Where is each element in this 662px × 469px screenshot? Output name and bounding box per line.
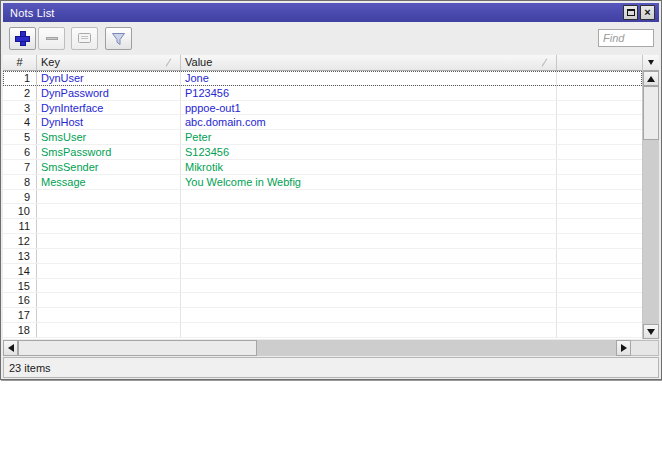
add-button[interactable] [9,27,36,50]
arrow-right-icon [621,344,627,352]
horizontal-scrollbar [3,340,631,356]
cell-extra [557,249,642,263]
cell-value [181,190,557,204]
cell-extra [557,204,642,218]
table-row[interactable]: 18 [3,323,642,338]
cell-number: 2 [3,86,37,100]
remove-button[interactable] [38,27,65,50]
cell-number: 5 [3,130,37,144]
table-row[interactable]: 15 [3,279,642,294]
cell-number: 15 [3,279,37,293]
scroll-left-button[interactable] [3,340,18,356]
cell-number: 17 [3,308,37,322]
cell-extra [557,71,642,85]
cell-value: S123456 [181,145,557,159]
table-row[interactable]: 14 [3,264,642,279]
filter-icon [111,32,126,46]
table-row[interactable]: 17 [3,308,642,323]
minus-icon [46,37,58,40]
copy-button[interactable] [71,27,98,50]
table-row[interactable]: 3DynInterfacepppoe-out1 [3,101,642,116]
nots-list-window: Nots List × [0,0,662,380]
cell-number: 9 [3,190,37,204]
cell-key [37,279,181,293]
cell-value: Mikrotik [181,160,557,174]
cell-key [37,264,181,278]
cell-extra [557,86,642,100]
column-select-button[interactable] [643,55,659,71]
scroll-up-button[interactable] [643,71,659,86]
table-header: # Key Value [3,55,642,71]
table-row[interactable]: 16 [3,293,642,308]
cell-extra [557,219,642,233]
cell-key [37,219,181,233]
horizontal-scroll-track[interactable] [18,340,616,356]
cell-extra [557,145,642,159]
table-row[interactable]: 6SmsPasswordS123456 [3,145,642,160]
cell-extra [557,175,642,189]
close-icon: × [644,7,650,18]
cell-value: pppoe-out1 [181,101,557,115]
cell-value [181,204,557,218]
cell-value [181,264,557,278]
cell-number: 3 [3,101,37,115]
table-row[interactable]: 8MessageYou Welcome in Webfig [3,175,642,190]
table-row[interactable]: 9 [3,190,642,205]
cell-key: DynInterface [37,101,181,115]
cell-extra [557,308,642,322]
cell-extra [557,115,642,129]
table-row[interactable]: 10 [3,204,642,219]
maximize-button[interactable] [623,5,638,20]
table-row[interactable]: 12 [3,234,642,249]
cell-extra [557,190,642,204]
cell-extra [557,101,642,115]
cell-extra [557,293,642,307]
column-header-value[interactable]: Value [181,55,557,70]
vertical-scroll-thumb[interactable] [643,86,659,140]
table-row[interactable]: 4DynHostabc.domain.com [3,115,642,130]
cell-number: 1 [3,71,37,85]
cell-key: Message [37,175,181,189]
cell-key [37,323,181,337]
chevron-down-icon [648,60,654,65]
cell-number: 16 [3,293,37,307]
cell-value: abc.domain.com [181,115,557,129]
cell-number: 13 [3,249,37,263]
scrollbar-corner [631,340,659,356]
cell-extra [557,160,642,174]
column-header-key[interactable]: Key [37,55,181,70]
horizontal-scroll-thumb[interactable] [18,340,257,356]
column-header-extra [557,55,642,70]
table-row[interactable]: 1DynUserJone [3,71,642,86]
scroll-right-button[interactable] [616,340,631,356]
vertical-scroll-track[interactable] [643,86,659,324]
cell-value [181,279,557,293]
arrow-left-icon [8,344,14,352]
table-row[interactable]: 2DynPasswordP123456 [3,86,642,101]
cell-key [37,234,181,248]
find-input[interactable] [598,29,654,47]
table-row[interactable]: 7SmsSenderMikrotik [3,160,642,175]
table-row[interactable]: 5SmsUserPeter [3,130,642,145]
items-count: 23 items [9,362,51,374]
cell-key: DynUser [37,71,181,85]
cell-key [37,249,181,263]
cell-extra [557,279,642,293]
cell-value [181,249,557,263]
table-row[interactable]: 13 [3,249,642,264]
cell-extra [557,264,642,278]
column-header-number[interactable]: # [3,55,37,70]
maximize-icon [627,9,635,16]
cell-extra [557,130,642,144]
toolbar [3,22,659,55]
cell-number: 6 [3,145,37,159]
scroll-down-button[interactable] [643,324,659,339]
arrow-up-icon [647,76,655,82]
filter-button[interactable] [105,27,132,50]
cell-value: You Welcome in Webfig [181,175,557,189]
cell-key: SmsSender [37,160,181,174]
close-button[interactable]: × [640,5,655,20]
table-row[interactable]: 11 [3,219,642,234]
titlebar[interactable]: Nots List × [3,3,659,22]
cell-number: 10 [3,204,37,218]
